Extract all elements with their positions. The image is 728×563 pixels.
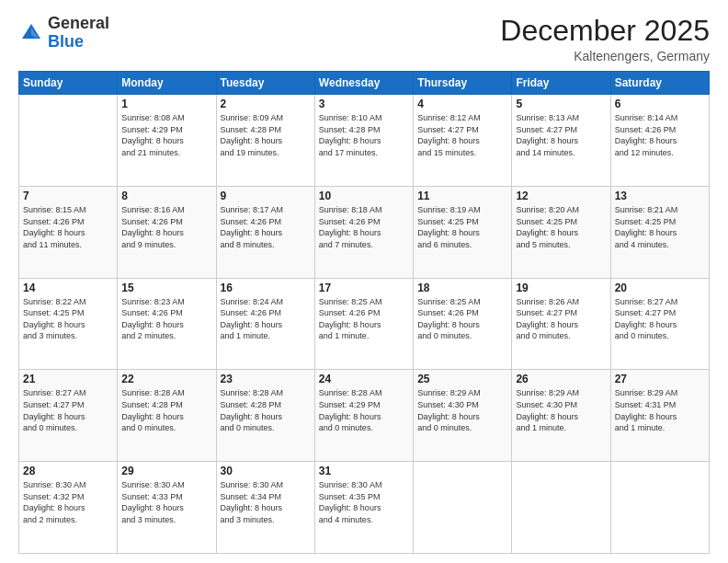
header-wednesday: Wednesday	[314, 72, 413, 95]
table-cell: 30Sunrise: 8:30 AM Sunset: 4:34 PM Dayli…	[216, 462, 314, 554]
table-cell: 3Sunrise: 8:10 AM Sunset: 4:28 PM Daylig…	[314, 95, 413, 187]
table-cell: 19Sunrise: 8:26 AM Sunset: 4:27 PM Dayli…	[512, 278, 610, 370]
day-number: 25	[417, 373, 507, 385]
table-cell: 8Sunrise: 8:16 AM Sunset: 4:26 PM Daylig…	[118, 186, 216, 278]
table-cell: 24Sunrise: 8:28 AM Sunset: 4:29 PM Dayli…	[314, 370, 413, 462]
day-number: 24	[319, 373, 409, 385]
calendar-table: Sunday Monday Tuesday Wednesday Thursday…	[18, 71, 710, 554]
table-cell: 7Sunrise: 8:15 AM Sunset: 4:26 PM Daylig…	[19, 186, 118, 278]
day-info: Sunrise: 8:23 AM Sunset: 4:26 PM Dayligh…	[121, 296, 211, 342]
day-number: 4	[417, 98, 507, 110]
day-number: 27	[615, 373, 705, 385]
day-number: 26	[516, 373, 606, 385]
table-cell: 17Sunrise: 8:25 AM Sunset: 4:26 PM Dayli…	[314, 278, 413, 370]
day-info: Sunrise: 8:28 AM Sunset: 4:28 PM Dayligh…	[221, 387, 311, 433]
table-cell: 4Sunrise: 8:12 AM Sunset: 4:27 PM Daylig…	[414, 95, 512, 187]
header-sunday: Sunday	[19, 72, 118, 95]
day-info: Sunrise: 8:27 AM Sunset: 4:27 PM Dayligh…	[23, 387, 113, 433]
day-info: Sunrise: 8:30 AM Sunset: 4:34 PM Dayligh…	[221, 479, 311, 525]
table-cell: 22Sunrise: 8:28 AM Sunset: 4:28 PM Dayli…	[118, 370, 216, 462]
day-info: Sunrise: 8:21 AM Sunset: 4:25 PM Dayligh…	[615, 204, 705, 250]
page: General Blue December 2025 Kaltenengers,…	[0, 0, 728, 563]
table-cell: 18Sunrise: 8:25 AM Sunset: 4:26 PM Dayli…	[414, 278, 512, 370]
table-cell	[610, 462, 709, 554]
day-number: 21	[23, 373, 113, 385]
day-number: 20	[615, 282, 705, 294]
table-cell: 14Sunrise: 8:22 AM Sunset: 4:25 PM Dayli…	[19, 278, 118, 370]
day-number: 14	[23, 282, 113, 294]
day-info: Sunrise: 8:29 AM Sunset: 4:30 PM Dayligh…	[516, 387, 606, 433]
day-info: Sunrise: 8:27 AM Sunset: 4:27 PM Dayligh…	[615, 296, 705, 342]
day-info: Sunrise: 8:22 AM Sunset: 4:25 PM Dayligh…	[23, 296, 113, 342]
table-cell: 25Sunrise: 8:29 AM Sunset: 4:30 PM Dayli…	[414, 370, 512, 462]
day-number: 5	[516, 98, 606, 110]
day-number: 3	[319, 98, 409, 110]
day-info: Sunrise: 8:26 AM Sunset: 4:27 PM Dayligh…	[516, 296, 606, 342]
day-info: Sunrise: 8:30 AM Sunset: 4:33 PM Dayligh…	[121, 479, 211, 525]
day-info: Sunrise: 8:18 AM Sunset: 4:26 PM Dayligh…	[319, 204, 409, 250]
day-number: 8	[121, 190, 211, 202]
table-cell: 15Sunrise: 8:23 AM Sunset: 4:26 PM Dayli…	[118, 278, 216, 370]
day-info: Sunrise: 8:17 AM Sunset: 4:26 PM Dayligh…	[221, 204, 311, 250]
header-friday: Friday	[512, 72, 610, 95]
header-tuesday: Tuesday	[216, 72, 314, 95]
table-cell: 20Sunrise: 8:27 AM Sunset: 4:27 PM Dayli…	[610, 278, 709, 370]
table-cell: 6Sunrise: 8:14 AM Sunset: 4:26 PM Daylig…	[610, 95, 709, 187]
day-info: Sunrise: 8:25 AM Sunset: 4:26 PM Dayligh…	[417, 296, 507, 342]
day-info: Sunrise: 8:14 AM Sunset: 4:26 PM Dayligh…	[615, 112, 705, 158]
day-info: Sunrise: 8:29 AM Sunset: 4:31 PM Dayligh…	[615, 387, 705, 433]
day-number: 6	[615, 98, 705, 110]
table-cell: 23Sunrise: 8:28 AM Sunset: 4:28 PM Dayli…	[216, 370, 314, 462]
day-info: Sunrise: 8:24 AM Sunset: 4:26 PM Dayligh…	[221, 296, 311, 342]
days-header-row: Sunday Monday Tuesday Wednesday Thursday…	[19, 72, 710, 95]
table-cell	[512, 462, 610, 554]
day-info: Sunrise: 8:19 AM Sunset: 4:25 PM Dayligh…	[417, 204, 507, 250]
table-cell: 1Sunrise: 8:08 AM Sunset: 4:29 PM Daylig…	[118, 95, 216, 187]
day-info: Sunrise: 8:30 AM Sunset: 4:32 PM Dayligh…	[23, 479, 113, 525]
day-number: 31	[319, 465, 409, 477]
day-number: 15	[121, 282, 211, 294]
day-number: 23	[221, 373, 311, 385]
day-info: Sunrise: 8:10 AM Sunset: 4:28 PM Dayligh…	[319, 112, 409, 158]
logo: General Blue	[18, 15, 109, 52]
table-cell: 5Sunrise: 8:13 AM Sunset: 4:27 PM Daylig…	[512, 95, 610, 187]
day-number: 13	[615, 190, 705, 202]
day-number: 7	[23, 190, 113, 202]
day-number: 2	[221, 98, 311, 110]
table-cell: 9Sunrise: 8:17 AM Sunset: 4:26 PM Daylig…	[216, 186, 314, 278]
day-number: 19	[516, 282, 606, 294]
table-cell	[414, 462, 512, 554]
month-title: December 2025	[500, 15, 710, 47]
logo-general-text: General	[48, 14, 109, 32]
day-number: 1	[121, 98, 211, 110]
day-number: 9	[221, 190, 311, 202]
day-info: Sunrise: 8:16 AM Sunset: 4:26 PM Dayligh…	[121, 204, 211, 250]
header-saturday: Saturday	[610, 72, 709, 95]
table-cell: 11Sunrise: 8:19 AM Sunset: 4:25 PM Dayli…	[414, 186, 512, 278]
day-number: 12	[516, 190, 606, 202]
day-info: Sunrise: 8:20 AM Sunset: 4:25 PM Dayligh…	[516, 204, 606, 250]
table-cell	[19, 95, 118, 187]
day-number: 18	[417, 282, 507, 294]
header-monday: Monday	[118, 72, 216, 95]
day-number: 22	[121, 373, 211, 385]
day-number: 17	[319, 282, 409, 294]
table-cell: 31Sunrise: 8:30 AM Sunset: 4:35 PM Dayli…	[314, 462, 413, 554]
day-info: Sunrise: 8:12 AM Sunset: 4:27 PM Dayligh…	[417, 112, 507, 158]
day-info: Sunrise: 8:25 AM Sunset: 4:26 PM Dayligh…	[319, 296, 409, 342]
logo-icon	[18, 20, 44, 46]
table-cell: 27Sunrise: 8:29 AM Sunset: 4:31 PM Dayli…	[610, 370, 709, 462]
table-cell: 28Sunrise: 8:30 AM Sunset: 4:32 PM Dayli…	[19, 462, 118, 554]
table-cell: 21Sunrise: 8:27 AM Sunset: 4:27 PM Dayli…	[19, 370, 118, 462]
day-info: Sunrise: 8:29 AM Sunset: 4:30 PM Dayligh…	[417, 387, 507, 433]
table-cell: 12Sunrise: 8:20 AM Sunset: 4:25 PM Dayli…	[512, 186, 610, 278]
title-block: December 2025 Kaltenengers, Germany	[500, 15, 710, 63]
day-info: Sunrise: 8:09 AM Sunset: 4:28 PM Dayligh…	[221, 112, 311, 158]
header-thursday: Thursday	[414, 72, 512, 95]
table-cell: 29Sunrise: 8:30 AM Sunset: 4:33 PM Dayli…	[118, 462, 216, 554]
day-info: Sunrise: 8:28 AM Sunset: 4:28 PM Dayligh…	[121, 387, 211, 433]
table-cell: 13Sunrise: 8:21 AM Sunset: 4:25 PM Dayli…	[610, 186, 709, 278]
day-number: 16	[221, 282, 311, 294]
day-number: 30	[221, 465, 311, 477]
day-number: 29	[121, 465, 211, 477]
